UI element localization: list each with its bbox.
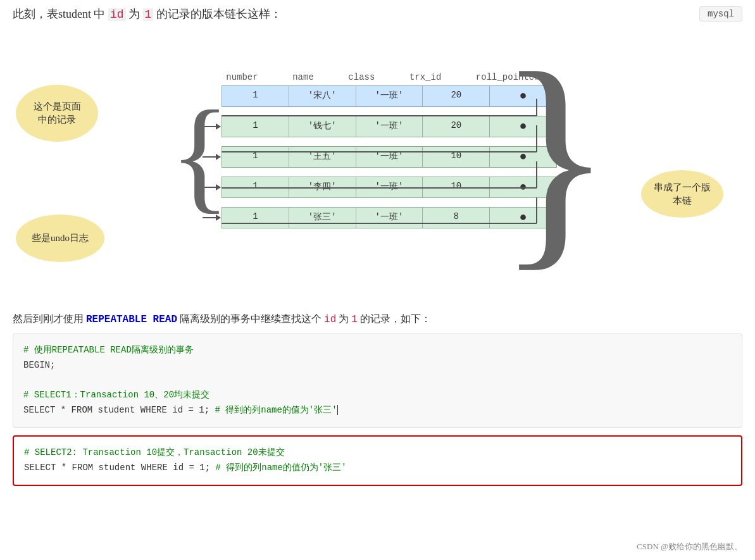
cell-1-trx: 20	[423, 86, 490, 106]
bubble-undo-log: 些是undo日志	[16, 215, 104, 262]
code-line-begin: BEGIN;	[23, 358, 732, 373]
cell-2-class: '一班'	[356, 116, 423, 137]
middle-description: 然后到刚才使用 REPEATABLE READ 隔离级别的事务中继续查找这个 i…	[13, 313, 742, 326]
code-line-comment-1: # 使用REPEATABLE READ隔离级别的事务	[23, 343, 732, 358]
brace-left: {	[170, 101, 230, 208]
code-block-2: # SELECT2: Transaction 10提交，Transaction …	[13, 435, 742, 486]
cell-2-name: '钱七'	[289, 116, 356, 137]
code-line-blank	[23, 373, 732, 389]
cell-3-trx: 10	[423, 147, 490, 167]
page-container: mysql 此刻，表student 中 id 为 1 的记录的版本链长这样： 这…	[0, 0, 755, 560]
code-line-select2-comment: # SELECT2: Transaction 10提交，Transaction …	[24, 445, 731, 461]
cell-3-name: '王五'	[289, 147, 356, 167]
code-line-select1: SELECT * FROM student WHERE id = 1; # 得到…	[23, 403, 732, 418]
cell-5-number: 1	[222, 208, 289, 228]
cell-1-number: 1	[222, 86, 289, 106]
bubble-version-chain: 串成了一个版本链	[641, 170, 723, 218]
cell-3-number: 1	[222, 147, 289, 167]
col-trx-id: trx_id	[409, 72, 441, 82]
brace-right: }	[497, 75, 613, 239]
cell-4-trx: 10	[423, 177, 490, 197]
code-line-select1-comment: # SELECT1：Transaction 10、20均未提交	[23, 388, 732, 403]
mysql-badge: mysql	[699, 6, 742, 22]
cell-5-trx: 8	[423, 208, 490, 228]
code-line-select2: SELECT * FROM student WHERE id = 1; # 得到…	[24, 461, 731, 476]
cell-1-name: '宋八'	[289, 86, 356, 106]
diagram-area: 这个是页面 中的记录 些是undo日志 串成了一个版本链 number name…	[13, 34, 742, 306]
cell-2-trx: 20	[423, 116, 490, 137]
col-class: class	[348, 72, 375, 82]
cell-4-class: '一班'	[356, 177, 423, 197]
cell-1-class: '一班'	[356, 86, 423, 106]
cell-5-name: '张三'	[289, 208, 356, 228]
cell-4-number: 1	[222, 177, 289, 197]
col-name: name	[292, 72, 314, 82]
cell-4-name: '李四'	[289, 177, 356, 197]
csdn-watermark: CSDN @败给你的黑色幽默、	[637, 541, 742, 552]
cell-2-number: 1	[222, 116, 289, 137]
code-block-1: # 使用REPEATABLE READ隔离级别的事务 BEGIN; # SELE…	[13, 333, 742, 428]
cell-3-class: '一班'	[356, 147, 423, 167]
top-description: 此刻，表student 中 id 为 1 的记录的版本链长这样：	[13, 6, 742, 22]
cell-5-class: '一班'	[356, 208, 423, 228]
col-number: number	[226, 72, 258, 82]
bubble-page-record: 这个是页面 中的记录	[16, 85, 98, 142]
